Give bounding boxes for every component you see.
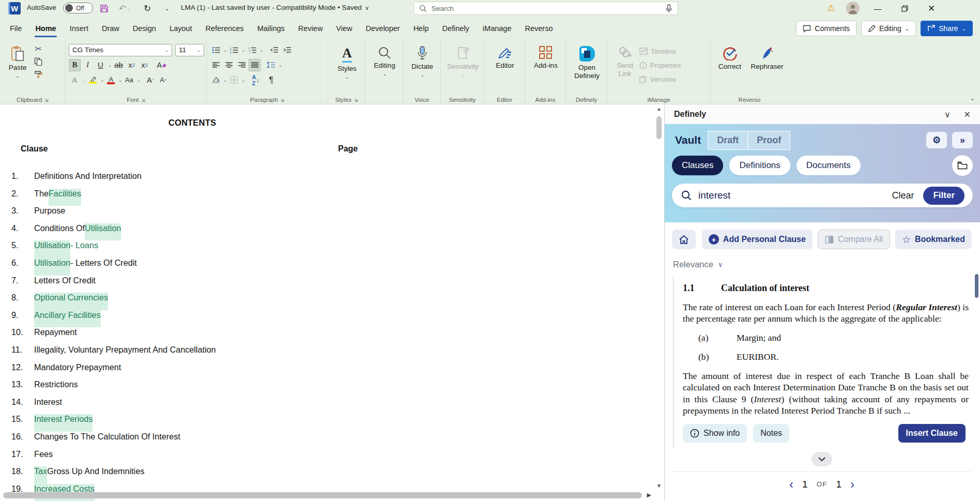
panel-tab-vault[interactable]: Vault [672, 134, 708, 146]
ribbon-tab-file[interactable]: File [3, 22, 28, 35]
clear-button[interactable]: Clear [892, 190, 914, 201]
ribbon-tab-view[interactable]: View [329, 22, 359, 35]
ribbon-tab-mailings[interactable]: Mailings [251, 22, 292, 35]
ribbon-tab-imanage[interactable]: iManage [476, 22, 518, 35]
search-box[interactable]: Search [414, 2, 678, 15]
contents-item[interactable]: 11.Illegality, Voluntary Prepayment And … [11, 345, 373, 362]
increase-indent-button[interactable] [281, 44, 293, 56]
align-right-button[interactable] [236, 59, 248, 71]
comments-button[interactable]: Comments [796, 21, 856, 36]
ribbon-tab-insert[interactable]: Insert [63, 22, 95, 35]
grow-font-button[interactable]: A^ [145, 74, 157, 86]
addins-button[interactable]: Add-ins [528, 43, 563, 93]
clause-result-card[interactable]: 1.1 Calculation of interest The rate of … [673, 277, 972, 449]
panel-tab-draft[interactable]: Draft [708, 131, 748, 150]
filter-button[interactable]: Filter [923, 187, 964, 205]
sensitivity-button[interactable]: Sensitivity⌄ [444, 43, 482, 93]
format-painter-button[interactable] [33, 69, 43, 80]
document-canvas[interactable]: CONTENTS Clause Page 1.Definitions And I… [0, 104, 664, 501]
contents-item[interactable]: 15.Interest Periods [11, 414, 373, 432]
vertical-scrollbar[interactable]: ▲ ▼ [654, 106, 664, 489]
line-spacing-button[interactable] [265, 59, 277, 71]
editor-button[interactable]: Editor [487, 43, 523, 93]
vertical-scrollbar-thumb[interactable] [656, 116, 662, 139]
shading-button[interactable] [210, 74, 222, 86]
contents-item[interactable]: 4.Conditions Of Utilisation [11, 223, 373, 241]
sort-button[interactable]: AZ↓ [250, 74, 262, 86]
insert-clause-button[interactable]: Insert Clause [898, 424, 966, 443]
category-pill-documents[interactable]: Documents [797, 156, 861, 175]
contents-item[interactable]: 7.Letters Of Credit [11, 276, 373, 293]
contents-item[interactable]: 9.Ancillary Facilities [11, 310, 373, 328]
cut-button[interactable]: ✂ [33, 43, 43, 54]
numbering-button[interactable]: 123 [228, 44, 240, 56]
compare-all-button[interactable]: Compare All [818, 230, 890, 249]
show-info-button[interactable]: Show info [683, 424, 747, 443]
underline-chevron-icon[interactable]: ⌄ [108, 63, 112, 68]
panel-collapse-chevron-icon[interactable]: ∨ [944, 110, 951, 119]
font-size-select[interactable]: 11⌄ [175, 44, 204, 56]
share-button[interactable]: Share⌄ [921, 21, 973, 36]
search-value[interactable]: interest [698, 190, 892, 201]
justify-button[interactable] [249, 59, 261, 71]
ribbon-tab-help[interactable]: Help [407, 22, 436, 35]
versions-button[interactable]: Versions [639, 73, 681, 85]
copy-button[interactable] [33, 56, 43, 67]
dialog-launcher-icon[interactable]: ⇲ [141, 98, 145, 103]
redo-button[interactable]: ↻ [140, 2, 155, 15]
contents-item[interactable]: 1.Definitions And Interpretation [11, 171, 373, 189]
panel-tab-proof[interactable]: Proof [747, 131, 790, 150]
open-definely-button[interactable]: OpenDefinely [569, 43, 605, 93]
pilcrow-button[interactable]: ¶ [265, 74, 277, 86]
dialog-launcher-icon[interactable]: ⇲ [281, 98, 285, 103]
change-case-button[interactable]: Aa [123, 74, 135, 86]
dialog-launcher-icon[interactable]: ⇲ [44, 98, 49, 103]
contents-item[interactable]: 18.Tax Gross Up And Indemnities [11, 466, 373, 484]
ribbon-tab-design[interactable]: Design [126, 22, 163, 35]
save-button[interactable] [96, 2, 112, 15]
category-pill-clauses[interactable]: Clauses [672, 156, 723, 175]
font-color-button[interactable]: A [105, 74, 117, 86]
borders-button[interactable] [228, 74, 240, 86]
warning-icon[interactable]: ⚠ [827, 3, 835, 13]
panel-scrollbar-thumb[interactable] [975, 274, 978, 298]
ribbon-tab-references[interactable]: References [198, 22, 250, 35]
superscript-button[interactable]: x2 [139, 59, 150, 71]
editing-button[interactable]: Editing⌄ [369, 43, 401, 93]
dialog-launcher-icon[interactable]: ⇲ [354, 98, 358, 103]
undo-button[interactable]: ↶⌄ [117, 2, 132, 15]
underline-button[interactable]: U [95, 59, 106, 71]
paste-button[interactable]: Paste⌄ [4, 43, 31, 93]
clause-search-bar[interactable]: interest Clear Filter [672, 184, 973, 207]
styles-button[interactable]: A Styles⌄ [331, 43, 363, 93]
text-effects-button[interactable]: A [69, 74, 81, 86]
quick-access-chevron-icon[interactable]: ⌄ [159, 2, 175, 15]
rephraser-button[interactable]: Rephraser [748, 43, 786, 93]
category-pill-definitions[interactable]: Definitions [729, 156, 790, 175]
send-link-button[interactable]: SendLink [610, 43, 639, 93]
ribbon-tab-layout[interactable]: Layout [163, 22, 199, 35]
contents-item[interactable]: 17.Fees [11, 449, 373, 467]
prev-page-button[interactable]: ‹ [789, 478, 793, 491]
restore-button[interactable] [893, 0, 916, 17]
expand-result-chevron-button[interactable] [811, 452, 832, 466]
bold-button[interactable]: B [69, 59, 81, 71]
next-page-button[interactable]: › [850, 478, 854, 491]
contents-item[interactable]: 5.Utilisation - Loans [11, 240, 373, 258]
clear-formatting-button[interactable]: A [156, 59, 168, 71]
user-avatar[interactable] [846, 2, 860, 15]
contents-item[interactable]: 10.Repayment [11, 327, 373, 345]
align-center-button[interactable] [223, 59, 235, 71]
contents-item[interactable]: 13.Restrictions [11, 379, 373, 397]
ribbon-tab-developer[interactable]: Developer [359, 22, 407, 35]
autosave-toggle[interactable]: Off [63, 3, 93, 13]
folder-button[interactable] [952, 155, 973, 176]
add-personal-clause-button[interactable]: +Add Personal Clause [702, 230, 813, 249]
align-left-button[interactable] [210, 59, 222, 71]
contents-item[interactable]: 2.The Facilities [11, 189, 373, 206]
timeline-button[interactable]: Timeline [639, 45, 681, 57]
close-button[interactable]: ✕ [920, 0, 943, 17]
ribbon-tab-review[interactable]: Review [292, 22, 330, 35]
multilevel-list-button[interactable]: 1ai [246, 44, 258, 56]
bullets-button[interactable] [210, 44, 222, 56]
